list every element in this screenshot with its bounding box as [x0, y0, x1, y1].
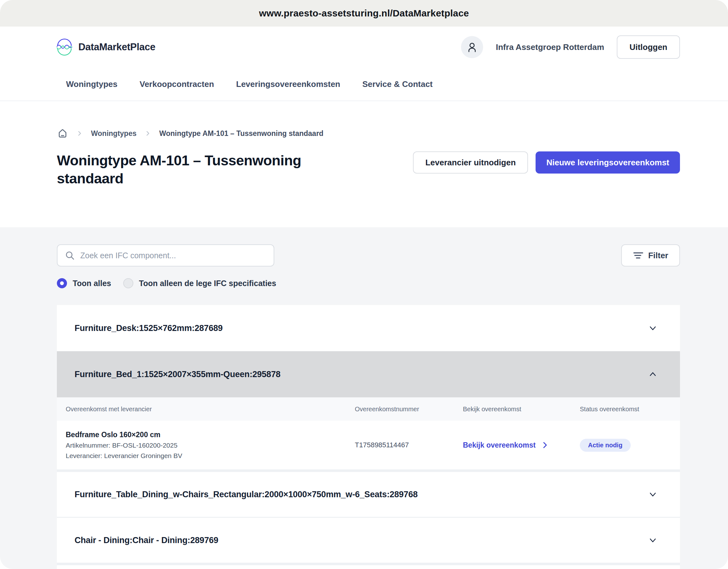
radio-selected-icon — [57, 278, 67, 288]
status-badge: Actie nodig — [580, 439, 631, 452]
table-row: Bedframe Oslo 160×200 cm Artikelnummer: … — [57, 421, 680, 469]
chevron-down-icon — [648, 535, 658, 545]
divider — [57, 469, 680, 472]
url-text: www.praesto-assetsturing.nl/DataMarketpl… — [259, 8, 469, 19]
agreement-table-header: Overeenkomst met leverancier Overeenkoms… — [57, 397, 680, 421]
accordion-item-partial — [57, 565, 680, 569]
chevron-right-icon — [542, 442, 548, 449]
nav-item-service-contact[interactable]: Service & Contact — [362, 79, 433, 89]
brand-logo-icon — [56, 38, 73, 56]
search-box — [57, 244, 274, 266]
radio-toon-alles[interactable]: Toon alles — [57, 278, 111, 288]
app-header: DataMarketPlace Infra Assetgroep Rotterd… — [0, 27, 728, 68]
filter-button[interactable]: Filter — [621, 244, 680, 266]
component-accordion: Furniture_Desk:1525×762mm:287689 Furnitu… — [57, 305, 680, 569]
new-agreement-button[interactable]: Nieuwe leveringsovereenkomst — [536, 151, 680, 173]
browser-window: www.praesto-assetsturing.nl/DataMarketpl… — [0, 0, 728, 569]
browser-url-bar[interactable]: www.praesto-assetsturing.nl/DataMarketpl… — [0, 0, 728, 27]
nav-item-verkoopcontracten[interactable]: Verkoopcontracten — [140, 79, 214, 89]
view-toggle: Toon alles Toon alleen de lege IFC speci… — [57, 278, 680, 288]
page-head: Woningtypes Woningtype AM-101 – Tussenwo… — [0, 101, 728, 227]
chevron-right-icon — [76, 130, 83, 136]
breadcrumb-current: Woningtype AM-101 – Tussenwoning standaa… — [159, 129, 324, 138]
accordion-item-chair-dining[interactable]: Chair - Dining:Chair - Dining:289769 — [57, 518, 680, 563]
user-name: Infra Assetgroep Rotterdam — [496, 42, 604, 52]
filter-label: Filter — [648, 251, 668, 260]
accordion-item-desk[interactable]: Furniture_Desk:1525×762mm:287689 — [57, 305, 680, 351]
filter-icon — [633, 251, 644, 260]
radio-unselected-icon — [123, 278, 133, 288]
product-cell: Bedframe Oslo 160×200 cm Artikelnummer: … — [66, 430, 355, 461]
page-title: Woningtype AM-101 – Tussenwoning standaa… — [57, 151, 351, 187]
nav-item-woningtypes[interactable]: Woningtypes — [66, 79, 118, 89]
home-icon[interactable] — [57, 128, 68, 139]
invite-supplier-button[interactable]: Leverancier uitnodigen — [413, 151, 528, 173]
radio-lege-ifc[interactable]: Toon alleen de lege IFC specificaties — [123, 278, 276, 288]
nav-item-leveringsovereenkomsten[interactable]: Leveringsovereenkomsten — [236, 79, 340, 89]
brand[interactable]: DataMarketPlace — [56, 38, 155, 56]
brand-name: DataMarketPlace — [78, 41, 155, 53]
accordion-item-bed[interactable]: Furniture_Bed_1:1525×2007×355mm-Queen:29… — [57, 351, 680, 397]
chevron-right-icon — [145, 130, 151, 136]
chevron-up-icon — [648, 369, 658, 379]
chevron-down-icon — [648, 489, 658, 499]
view-agreement-link[interactable]: Bekijk overeenkomst — [463, 441, 580, 450]
divider — [57, 563, 680, 565]
accordion-item-table-dining[interactable]: Furniture_Table_Dining_w-Chairs_Rectangu… — [57, 472, 680, 517]
content-section: Filter Toon alles Toon alleen de lege IF… — [0, 227, 728, 569]
agreement-number: T1758985114467 — [355, 441, 463, 449]
user-icon — [466, 41, 478, 53]
logout-button[interactable]: Uitloggen — [617, 35, 680, 59]
avatar[interactable] — [461, 36, 483, 58]
search-input[interactable] — [57, 244, 274, 266]
search-icon — [64, 250, 75, 262]
breadcrumb: Woningtypes Woningtype AM-101 – Tussenwo… — [57, 128, 680, 139]
breadcrumb-woningtypes[interactable]: Woningtypes — [91, 129, 137, 138]
chevron-down-icon — [648, 323, 658, 333]
main-nav: Woningtypes Verkoopcontracten Leveringso… — [0, 68, 728, 101]
